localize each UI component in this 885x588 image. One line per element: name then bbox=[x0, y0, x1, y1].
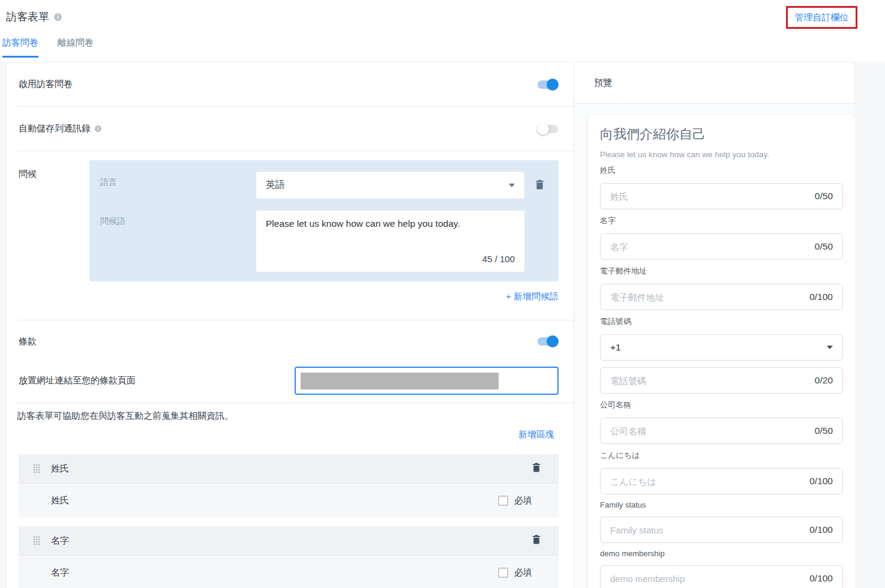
manage-custom-fields-link[interactable]: 管理自訂欄位 bbox=[795, 12, 849, 23]
redacted-url-value bbox=[301, 373, 499, 389]
email-input[interactable] bbox=[610, 292, 803, 302]
required-checkbox[interactable] bbox=[498, 568, 508, 578]
preview-body: 向我們介紹你自己 Please let us know how can we h… bbox=[574, 104, 855, 588]
info-icon[interactable] bbox=[95, 125, 101, 132]
tab-offline-questionnaire[interactable]: 離線問卷 bbox=[58, 37, 94, 58]
field-label: 公司名稱 bbox=[600, 400, 843, 410]
visitor-form-description: 訪客表單可協助您在與訪客互動之前蒐集其相關資訊。 bbox=[17, 410, 559, 422]
enable-visitor-form-toggle[interactable] bbox=[537, 79, 559, 91]
drag-handle[interactable] bbox=[33, 464, 40, 473]
char-counter: 0/50 bbox=[815, 425, 833, 436]
required-checkbox[interactable] bbox=[498, 496, 508, 506]
field-label: 名字 bbox=[600, 215, 843, 226]
autosave-row: 自動儲存到通訊錄 bbox=[7, 107, 574, 151]
block-header-row: 名字 bbox=[19, 526, 559, 555]
char-counter: 0/100 bbox=[809, 524, 833, 535]
char-counter: 0/50 bbox=[815, 191, 833, 202]
field-blocks-list: 姓氏 姓氏 必填 bbox=[19, 454, 559, 588]
block-title: 姓氏 bbox=[51, 463, 532, 475]
add-block-link[interactable]: 新增區塊 bbox=[518, 429, 554, 439]
char-counter: 0/20 bbox=[815, 375, 833, 386]
tab-visitor-questionnaire[interactable]: 訪客問卷 bbox=[2, 37, 38, 58]
greeting-char-counter: 45 / 100 bbox=[482, 254, 515, 264]
field-label: Family status bbox=[600, 500, 843, 509]
autosave-label: 自動儲存到通訊錄 bbox=[19, 123, 91, 134]
field-label: 姓氏 bbox=[600, 165, 843, 176]
terms-url-input[interactable] bbox=[295, 367, 559, 395]
field-label: demo membership bbox=[600, 549, 843, 558]
preview-field-demo-membership: demo membership 0/100 bbox=[600, 549, 843, 588]
preview-field-company: 公司名稱 0/50 bbox=[600, 400, 843, 444]
page-title: 訪客表單 bbox=[6, 10, 49, 24]
phone-number-input[interactable] bbox=[610, 376, 809, 386]
enable-visitor-form-label: 啟用訪客問卷 bbox=[19, 79, 73, 90]
preview-field-email: 電子郵件地址 0/100 bbox=[600, 266, 843, 310]
custom-field-input[interactable] bbox=[610, 476, 803, 487]
char-counter: 0/100 bbox=[809, 476, 833, 487]
country-code-value: +1 bbox=[610, 342, 827, 353]
language-label: 語言 bbox=[100, 171, 256, 188]
greeting-message-label: 問候語 bbox=[100, 210, 256, 272]
block-field-label: 名字 bbox=[51, 567, 498, 578]
preview-field-family-status: Family status 0/100 bbox=[600, 500, 843, 543]
block-field-label: 姓氏 bbox=[51, 495, 498, 506]
trash-icon bbox=[532, 463, 541, 472]
autosave-toggle[interactable] bbox=[537, 123, 559, 135]
field-label: 電話號碼 bbox=[600, 316, 843, 327]
preview-field-konnichiwa: こんにちは 0/100 bbox=[600, 450, 843, 494]
preview-card-title: 向我們介紹你自己 bbox=[600, 125, 843, 143]
delete-block-button[interactable] bbox=[532, 463, 541, 475]
preview-field-phone: 電話號碼 +1 0/20 bbox=[600, 316, 843, 394]
preview-card-subtitle: Please let us know how can we help you t… bbox=[600, 150, 843, 159]
delete-greeting-button[interactable] bbox=[535, 179, 544, 192]
add-greeting-link[interactable]: + 新增問候語 bbox=[506, 291, 559, 301]
greeting-section: 問候 語言 英語 bbox=[7, 151, 574, 281]
language-select[interactable]: 英語 bbox=[256, 171, 525, 199]
info-icon[interactable] bbox=[54, 13, 62, 21]
delete-block-button[interactable] bbox=[532, 535, 541, 547]
drag-dots-icon bbox=[33, 536, 40, 545]
greeting-message-textarea[interactable]: Please let us know how can we help you t… bbox=[256, 210, 525, 272]
language-selected-value: 英語 bbox=[266, 179, 509, 191]
greeting-message-text: Please let us know how can we help you t… bbox=[266, 218, 515, 229]
demo-membership-input[interactable] bbox=[610, 574, 803, 584]
terms-url-row: 放置網址連結至您的條款頁面 bbox=[7, 362, 574, 398]
preview-panel-title: 預覽 bbox=[594, 77, 612, 89]
last-name-input[interactable] bbox=[610, 191, 809, 202]
visitor-form-preview-card: 向我們介紹你自己 Please let us know how can we h… bbox=[588, 115, 855, 588]
terms-url-label: 放置網址連結至您的條款頁面 bbox=[19, 375, 136, 386]
divider bbox=[17, 403, 574, 403]
enable-visitor-form-row: 啟用訪客問卷 bbox=[7, 62, 574, 106]
company-name-input[interactable] bbox=[610, 426, 809, 436]
country-code-select[interactable]: +1 bbox=[600, 334, 843, 361]
drag-dots-icon bbox=[33, 464, 40, 473]
first-name-input[interactable] bbox=[610, 242, 809, 252]
greeting-section-label: 問候 bbox=[19, 160, 89, 281]
form-settings-column: 啟用訪客問卷 自動儲存到通訊錄 問候 語言 英語 bbox=[7, 62, 574, 588]
field-label: こんにちは bbox=[600, 450, 843, 461]
trash-icon bbox=[532, 535, 541, 544]
annotation-highlight-box: 管理自訂欄位 bbox=[786, 6, 857, 29]
required-label: 必填 bbox=[514, 495, 532, 506]
block-title: 名字 bbox=[51, 535, 532, 547]
preview-field-last-name: 姓氏 0/50 bbox=[600, 165, 843, 209]
char-counter: 0/100 bbox=[809, 573, 833, 584]
main-panel: 啟用訪客問卷 自動儲存到通訊錄 問候 語言 英語 bbox=[6, 62, 855, 588]
page-header: 訪客表單 訪客問卷 離線問卷 管理自訂欄位 bbox=[0, 0, 885, 62]
required-label: 必填 bbox=[514, 567, 532, 578]
terms-toggle[interactable] bbox=[537, 335, 559, 347]
chevron-down-icon bbox=[509, 184, 515, 187]
terms-row: 條款 bbox=[7, 320, 574, 362]
field-block-last-name: 姓氏 姓氏 必填 bbox=[19, 454, 559, 518]
tab-bar: 訪客問卷 離線問卷 bbox=[2, 37, 94, 58]
family-status-input[interactable] bbox=[610, 525, 803, 535]
trash-icon bbox=[535, 179, 544, 190]
preview-column: 預覽 向我們介紹你自己 Please let us know how can w… bbox=[574, 62, 855, 588]
block-header-row: 姓氏 bbox=[19, 454, 559, 483]
block-field-row: 名字 必填 bbox=[19, 556, 559, 588]
char-counter: 0/100 bbox=[809, 292, 833, 302]
greeting-editor-box: 語言 英語 問候語 bbox=[89, 160, 559, 281]
drag-handle[interactable] bbox=[33, 536, 40, 545]
block-field-row: 姓氏 必填 bbox=[19, 484, 559, 518]
preview-field-first-name: 名字 0/50 bbox=[600, 215, 843, 260]
